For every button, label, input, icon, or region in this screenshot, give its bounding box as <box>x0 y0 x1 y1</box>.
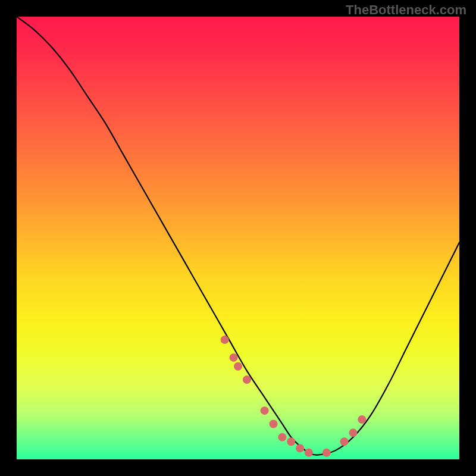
data-point <box>278 433 286 441</box>
plot-area <box>17 17 459 459</box>
data-point <box>322 449 331 457</box>
data-point <box>340 437 349 446</box>
data-point <box>296 444 304 452</box>
watermark-label: TheBottleneck.com <box>346 2 466 18</box>
data-point <box>305 449 313 457</box>
chart-overlay <box>17 17 459 459</box>
data-point <box>270 419 278 428</box>
data-point <box>230 353 238 362</box>
points-group <box>221 336 367 457</box>
chart-container: TheBottleneck.com <box>0 0 476 476</box>
data-point <box>234 362 242 371</box>
bottleneck-curve <box>17 17 459 455</box>
data-point <box>261 406 269 415</box>
data-point <box>358 415 366 424</box>
data-point <box>243 375 251 384</box>
data-point <box>221 336 229 344</box>
data-point <box>287 437 295 446</box>
data-point <box>349 428 357 437</box>
